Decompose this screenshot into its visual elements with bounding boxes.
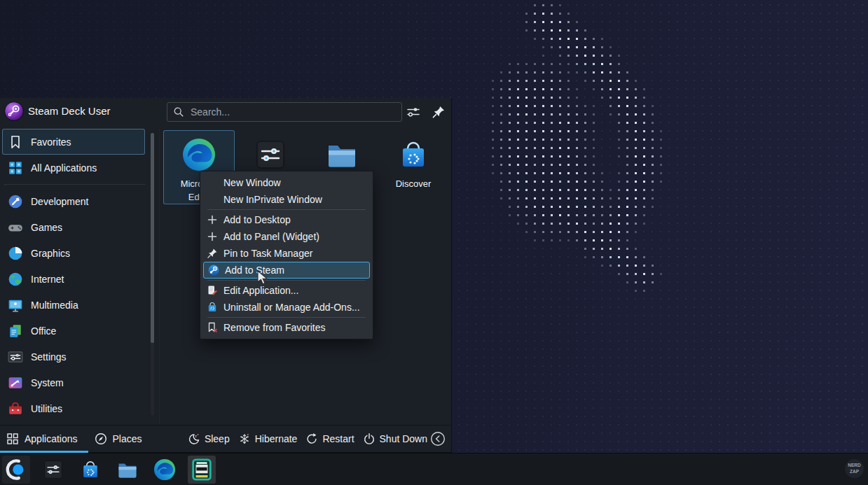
app-discover-label: Discover [387, 178, 440, 191]
search-input[interactable]: Search... [167, 102, 402, 122]
sidebar-item-system[interactable]: System [2, 370, 145, 395]
internet-icon [8, 272, 23, 287]
development-icon [8, 194, 23, 209]
shutdown-icon [363, 433, 376, 445]
sidebar-separator [4, 184, 145, 185]
sidebar-item-multimedia-label: Multimedia [31, 300, 78, 311]
menu-item-add-to-panel[interactable]: Add to Panel (Widget) [202, 228, 371, 245]
graphics-icon [8, 246, 23, 261]
sidebar-item-development-label: Development [31, 196, 89, 207]
sidebar-item-development[interactable]: Development [2, 188, 145, 214]
user-avatar-icon[interactable] [4, 101, 24, 121]
restart-button-label: Restart [322, 433, 354, 444]
search-placeholder: Search... [191, 106, 230, 118]
emudeck-icon [190, 458, 214, 482]
pin-icon[interactable] [432, 105, 446, 119]
app-discover[interactable]: Discover [378, 130, 449, 204]
menu-item-remove-from-favorites-label: Remove from Favorites [223, 322, 325, 333]
sidebar: FavoritesAll ApplicationsDevelopmentGame… [0, 129, 160, 424]
hibernate-button[interactable]: zHibernate [238, 433, 298, 445]
menu-item-pin-to-task-manager-label: Pin to Task Manager [223, 248, 312, 259]
sidebar-item-office-label: Office [31, 325, 56, 337]
discover-icon [395, 136, 432, 173]
menu-item-uninstall[interactable]: Uninstall or Manage Add-Ons... [202, 299, 371, 316]
menu-item-add-to-steam[interactable]: Add to Steam [203, 262, 370, 279]
remove-favorite-icon [207, 322, 218, 333]
menu-item-new-inprivate-window[interactable]: New InPrivate Window [202, 191, 371, 208]
watermark-badge: NERD ZAP [845, 459, 864, 478]
edit-application-icon [207, 285, 218, 296]
tab-applications-label: Applications [25, 433, 78, 444]
shut-down-button-label: Shut Down [380, 433, 427, 444]
places-icon [95, 433, 107, 445]
launcher-footer: ApplicationsPlaces zzSleepzHibernateRest… [0, 425, 451, 452]
settings-icon [8, 349, 23, 365]
restart-icon [305, 433, 318, 445]
configure-icon[interactable] [406, 105, 420, 119]
taskbar-system-settings[interactable] [39, 456, 67, 484]
sidebar-item-all-applications-label: All Applications [31, 162, 97, 174]
taskbar-emudeck[interactable] [188, 456, 216, 484]
sidebar-scrollbar[interactable] [151, 133, 154, 416]
sleep-button[interactable]: zzSleep [188, 433, 230, 445]
pin-icon [207, 248, 218, 259]
context-menu-separator [207, 317, 366, 318]
context-menu-separator [207, 209, 366, 210]
discover-bag-icon [207, 302, 218, 313]
multimedia-icon [8, 297, 23, 313]
shut-down-button[interactable]: Shut Down [363, 433, 427, 445]
steamdeck-launcher-icon [4, 458, 28, 482]
tab-places[interactable]: Places [88, 426, 153, 452]
header-actions [406, 105, 446, 119]
menu-item-remove-from-favorites[interactable]: Remove from Favorites [202, 319, 371, 336]
power-actions: zzSleepzHibernateRestartShut Down [188, 433, 427, 445]
menu-item-add-to-desktop-label: Add to Desktop [223, 214, 291, 225]
session-overflow-button[interactable] [430, 431, 446, 447]
svg-text:z: z [197, 433, 198, 436]
sidebar-scrollbar-thumb[interactable] [151, 133, 154, 343]
sleep-icon: zz [188, 433, 200, 445]
sidebar-item-graphics[interactable]: Graphics [2, 240, 145, 266]
launcher-header: Steam Deck User Search... [0, 98, 451, 126]
sidebar-item-favorites[interactable]: Favorites [2, 129, 145, 155]
taskbar-discover[interactable] [76, 456, 104, 484]
sidebar-item-graphics-label: Graphics [31, 248, 70, 259]
restart-button[interactable]: Restart [305, 433, 354, 445]
no-icon [207, 194, 218, 205]
sidebar-item-office[interactable]: Office [2, 318, 145, 344]
context-menu-separator [207, 280, 366, 281]
menu-item-new-window[interactable]: New Window [202, 174, 371, 191]
office-icon [8, 323, 23, 339]
menu-item-new-inprivate-window-label: New InPrivate Window [223, 194, 322, 205]
taskbar-file-manager[interactable] [113, 456, 142, 484]
system-icon [8, 375, 23, 391]
sidebar-item-utilities[interactable]: Utilities [2, 395, 145, 421]
edge-icon [181, 136, 217, 173]
taskbar: NERD ZAP [0, 453, 868, 485]
bookmark-icon [8, 134, 23, 150]
sidebar-item-multimedia[interactable]: Multimedia [2, 292, 145, 318]
all-applications-icon [8, 160, 23, 176]
menu-item-edit-application[interactable]: Edit Application... [202, 282, 371, 299]
sidebar-item-settings[interactable]: Settings [2, 344, 145, 370]
hibernate-icon: z [238, 433, 251, 445]
folder-icon [116, 458, 139, 482]
menu-item-add-to-desktop[interactable]: Add to Desktop [202, 211, 371, 228]
svg-text:z: z [247, 433, 248, 436]
taskbar-launcher-button[interactable] [2, 456, 30, 484]
footer-tabs: ApplicationsPlaces [0, 426, 153, 452]
menu-item-pin-to-task-manager[interactable]: Pin to Task Manager [202, 245, 371, 262]
tab-places-label: Places [113, 433, 142, 444]
menu-item-add-to-steam-label: Add to Steam [225, 265, 284, 276]
plus-icon [207, 231, 218, 242]
sidebar-item-games[interactable]: Games [2, 214, 145, 240]
tab-applications[interactable]: Applications [0, 426, 88, 452]
applications-tab-icon [6, 433, 19, 445]
edge-icon [153, 458, 177, 482]
sidebar-item-internet[interactable]: Internet [2, 266, 145, 292]
taskbar-microsoft-edge[interactable] [151, 456, 179, 484]
menu-item-uninstall-label: Uninstall or Manage Add-Ons... [223, 302, 360, 313]
mouse-cursor [256, 270, 270, 286]
steam-icon [208, 265, 219, 276]
sidebar-item-all-applications[interactable]: All Applications [2, 155, 145, 181]
